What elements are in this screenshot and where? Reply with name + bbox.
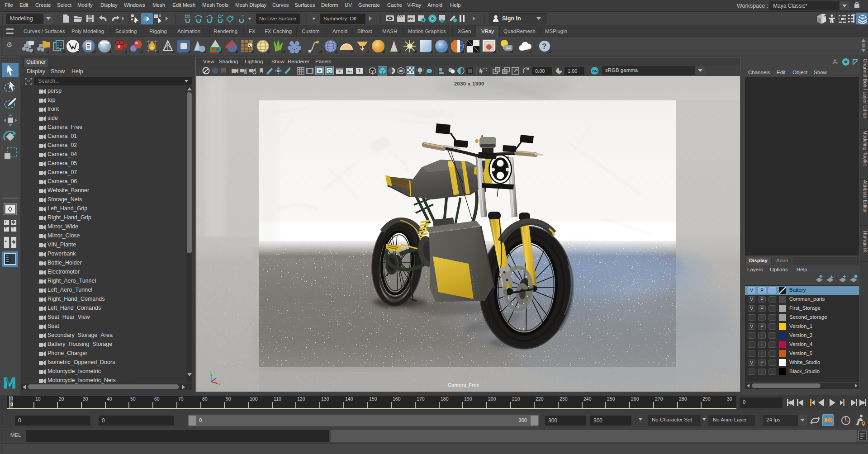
svg-text:y: y — [209, 370, 211, 374]
svg-text:x: x — [218, 382, 220, 386]
svg-text:ON: ON — [592, 69, 598, 73]
svg-text:?: ? — [542, 42, 546, 51]
svg-text:T: T — [358, 68, 360, 73]
svg-text:IPR: IPR — [408, 17, 414, 20]
